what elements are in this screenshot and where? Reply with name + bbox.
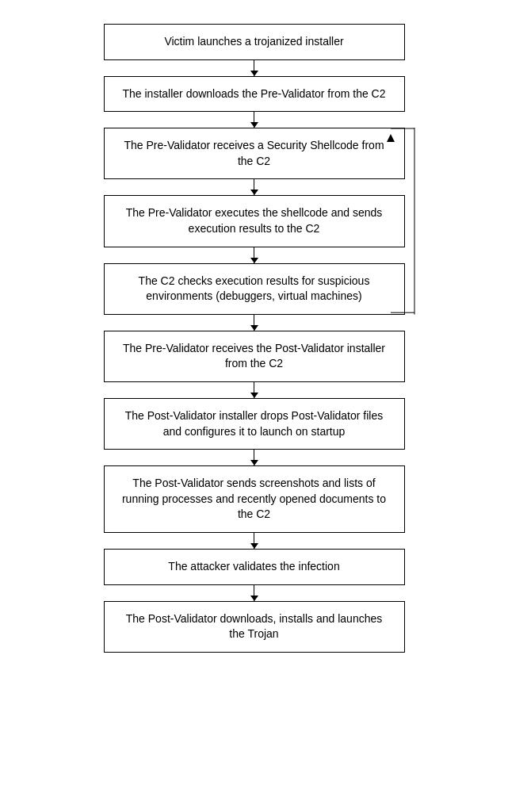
flow-wrapper: Victim launches a trojanized installer T… (88, 24, 421, 653)
step-3-box: The Pre-Validator receives a Security Sh… (104, 128, 405, 179)
step-4-text: The Pre-Validator executes the shellcode… (126, 206, 383, 235)
step-9-text: The attacker validates the infection (168, 560, 339, 573)
arrow-3 (254, 179, 254, 195)
arrow-6 (254, 382, 254, 398)
arrow-7 (254, 450, 254, 465)
arrow-1 (254, 60, 254, 76)
step-1-box: Victim launches a trojanized installer (104, 24, 405, 60)
step-3-text: The Pre-Validator receives a Security Sh… (124, 139, 384, 167)
diagram-container: Victim launches a trojanized installer T… (0, 16, 508, 661)
step-10-box: The Post-Validator downloads, installs a… (104, 601, 405, 653)
step-5-text: The C2 checks execution results for susp… (139, 274, 370, 303)
step-10-text: The Post-Validator downloads, installs a… (126, 612, 382, 641)
step-7-text: The Post-Validator installer drops Post-… (125, 409, 384, 438)
step-7-box: The Post-Validator installer drops Post-… (104, 398, 405, 450)
step-4-box: The Pre-Validator executes the shellcode… (104, 195, 405, 247)
step-8-text: The Post-Validator sends screenshots and… (122, 477, 386, 520)
arrow-8 (254, 533, 254, 549)
arrow-2 (254, 112, 254, 128)
step-9-box: The attacker validates the infection (104, 549, 405, 585)
step-2-text: The installer downloads the Pre-Validato… (122, 87, 385, 100)
step-5-box: The C2 checks execution results for susp… (104, 263, 405, 315)
feedback-arrow-svg (391, 128, 422, 315)
step-1-text: Victim launches a trojanized installer (164, 35, 343, 48)
arrow-5 (254, 315, 254, 331)
step-8-box: The Post-Validator sends screenshots and… (104, 465, 405, 533)
step-6-box: The Pre-Validator receives the Post-Vali… (104, 331, 405, 382)
arrow-9 (254, 585, 254, 601)
arrow-4 (254, 247, 254, 263)
feedback-section: The Pre-Validator receives a Security Sh… (88, 128, 421, 315)
step-2-box: The installer downloads the Pre-Validato… (104, 76, 405, 113)
step-6-text: The Pre-Validator receives the Post-Vali… (123, 342, 385, 370)
